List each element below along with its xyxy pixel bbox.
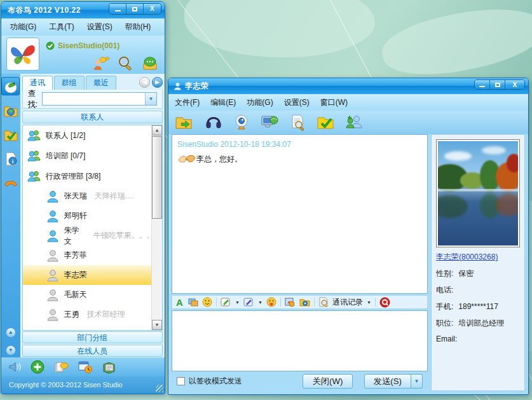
close-button[interactable]: X <box>144 4 161 14</box>
receipt-mode-checkbox[interactable] <box>177 377 185 385</box>
scrollbar-thumb[interactable] <box>152 136 162 219</box>
rail-contacts-button[interactable] <box>1 77 20 95</box>
offline-avatar-icon <box>46 289 59 301</box>
records-label[interactable]: 通讯记录 <box>332 297 363 308</box>
image-icon[interactable] <box>188 298 198 307</box>
media-folder-icon[interactable] <box>299 297 310 307</box>
news-icon[interactable] <box>102 361 116 374</box>
schedule-icon[interactable] <box>78 361 93 374</box>
close-button[interactable]: X <box>505 80 524 89</box>
receipt-mode-label[interactable]: 以签收模式发送 <box>189 376 242 387</box>
records-icon[interactable] <box>318 297 329 307</box>
chevron-down-icon[interactable]: ▼ <box>235 300 240 305</box>
contact-row[interactable]: 毛新天 <box>23 285 151 305</box>
contact-signature: 牛顿吃苹果。。。 <box>93 230 151 241</box>
menu-gongneng[interactable]: 功能(G) <box>247 97 273 108</box>
close-chat-button[interactable]: 关闭(W) <box>303 374 352 389</box>
rail-scroll-down-button[interactable]: ▼ <box>6 345 16 355</box>
tongue-emoticon-icon[interactable] <box>266 297 276 307</box>
photo-reflection <box>438 195 468 218</box>
phone-icon <box>3 176 18 190</box>
send-file-icon[interactable] <box>175 114 194 131</box>
send-button[interactable]: 发送(S) <box>364 374 411 389</box>
menu-bangzhu[interactable]: 帮助(H) <box>125 22 151 32</box>
resize-grip[interactable] <box>156 385 163 392</box>
contact-row[interactable]: 朱学文 牛顿吃苹果。。。 <box>23 226 151 245</box>
video-chat-icon[interactable] <box>233 114 250 131</box>
rail-scroll-up-button[interactable]: ▲ <box>6 328 16 338</box>
voice-chat-icon[interactable] <box>205 114 222 131</box>
task-folder-icon[interactable] <box>317 114 334 131</box>
minimize-button[interactable] <box>475 80 490 89</box>
chat-titlebar[interactable]: 李志荣 X <box>168 78 528 94</box>
menu-gongju[interactable]: 工具(T) <box>49 22 74 32</box>
profile-name-link[interactable]: 李志荣(80003268) <box>436 252 498 263</box>
maximize-button[interactable] <box>490 80 505 89</box>
search-input[interactable] <box>43 93 145 105</box>
tab-qunzu[interactable]: 群组 <box>54 76 85 90</box>
main-content: i ▲ ▼ 通讯 群组 最近 ◀ <box>1 74 165 357</box>
maximize-button[interactable] <box>126 4 144 14</box>
rail-web-button[interactable] <box>1 101 20 120</box>
self-avatar[interactable] <box>6 38 39 71</box>
message-box-icon[interactable] <box>142 56 158 71</box>
chat-menubar: 文件(F) 编辑(E) 功能(G) 设置(S) 窗口(W) <box>168 94 528 111</box>
contacts-scrollbar[interactable]: ▲ ▼ <box>151 125 162 330</box>
group-row[interactable]: 培训部 [0/7] <box>23 146 151 166</box>
speaker-icon[interactable] <box>8 361 22 373</box>
menu-wenjian[interactable]: 文件(F) <box>175 97 200 108</box>
send-options-button[interactable]: ▼ <box>411 374 423 389</box>
contact-row[interactable]: 郑明轩 <box>23 206 151 226</box>
contact-row-selected[interactable]: 李志荣 <box>23 265 151 285</box>
chevron-down-icon[interactable]: ▼ <box>367 300 371 305</box>
main-titlebar[interactable]: 布谷鸟 2012 V10.22 X <box>1 2 165 18</box>
history-search-icon[interactable] <box>289 114 306 131</box>
wallpaper-shape <box>377 0 532 86</box>
nav-department-button[interactable]: 部门分组 <box>22 331 163 343</box>
tab-zuijin[interactable]: 最近 <box>86 76 116 90</box>
group-row[interactable]: 联系人 [1/2] <box>23 125 151 146</box>
emoticon-icon[interactable] <box>202 297 212 307</box>
scrollbar-up-button[interactable]: ▲ <box>152 125 162 135</box>
profile-field: 手机:189*****117 <box>436 301 520 312</box>
add-icon[interactable] <box>31 360 44 374</box>
offline-avatar-icon <box>46 249 59 262</box>
menu-shezhi[interactable]: 设置(S) <box>87 22 113 32</box>
offline-avatar-icon <box>46 308 59 321</box>
menu-chuangkou[interactable]: 窗口(W) <box>320 97 348 108</box>
menu-bianji[interactable]: 编辑(E) <box>210 97 236 108</box>
screen-capture-icon[interactable] <box>285 297 296 307</box>
group-row[interactable]: 行政管理部 [3/8] <box>23 166 151 186</box>
font-icon[interactable]: A <box>175 298 184 307</box>
wallpaper-shape <box>184 0 375 57</box>
rail-info-button[interactable]: i <box>1 149 20 168</box>
tab-prev-button[interactable]: ◀ <box>139 77 150 88</box>
rail-tasks-button[interactable] <box>1 125 20 144</box>
block-icon[interactable] <box>379 297 390 308</box>
add-member-icon[interactable] <box>345 114 363 131</box>
chevron-down-icon[interactable]: ▼ <box>258 300 263 305</box>
tab-next-button[interactable]: ▶ <box>152 77 163 88</box>
contact-row[interactable]: 王勇 技术部经理 <box>23 305 151 324</box>
search-dropdown-button[interactable]: ▼ <box>145 93 156 105</box>
contact-row[interactable]: 张天瑞 天降祥瑞.... <box>23 186 151 206</box>
minimize-button[interactable] <box>109 4 126 14</box>
contact-signature: 技术部经理 <box>87 309 125 320</box>
menu-shezhi[interactable]: 设置(S) <box>284 97 310 108</box>
contact-name: 郑明轩 <box>64 210 87 221</box>
blue-pen-icon[interactable] <box>243 297 254 307</box>
self-status[interactable]: SisenStudio(001) <box>46 41 119 50</box>
contact-row[interactable]: 李芳菲 <box>23 245 151 265</box>
green-pen-icon[interactable] <box>221 297 231 307</box>
find-contact-icon[interactable] <box>93 56 109 71</box>
message-display-area[interactable]: SisenStudio 2012-10-18 19:34:07 李总，您好。 <box>172 134 428 294</box>
rail-phone-button[interactable] <box>1 174 20 192</box>
scrollbar-down-button[interactable]: ▼ <box>152 320 162 330</box>
search-icon[interactable] <box>118 56 133 71</box>
chat-record-icon[interactable] <box>53 361 69 374</box>
remote-desktop-icon[interactable] <box>261 114 278 131</box>
menu-gongneng[interactable]: 功能(G) <box>10 22 36 32</box>
message-input-area[interactable] <box>172 310 428 371</box>
photo-waterline <box>438 189 518 191</box>
nav-online-button[interactable]: 在线人员 <box>22 345 163 357</box>
